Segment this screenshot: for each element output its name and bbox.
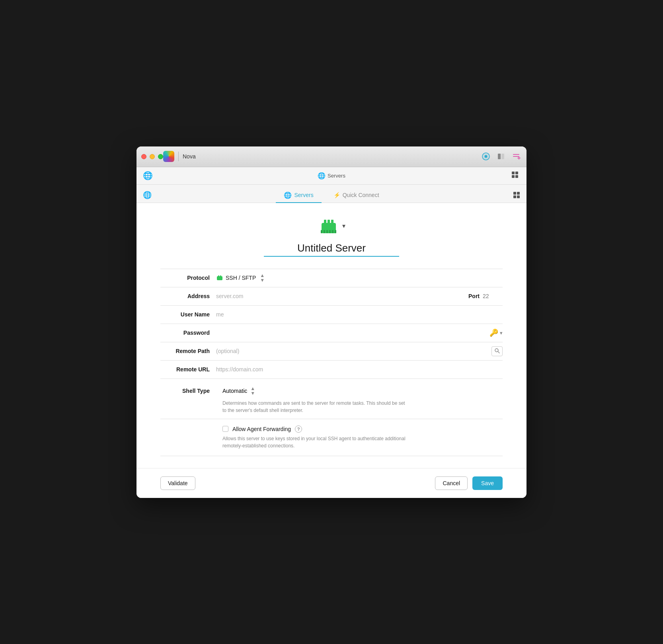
svg-rect-28 bbox=[218, 275, 219, 277]
server-header: ▾ bbox=[160, 215, 503, 257]
shell-type-hint: Determines how commands are sent to the … bbox=[216, 400, 407, 414]
svg-rect-15 bbox=[513, 195, 516, 198]
shell-type-row: Shell Type Automatic ▲▼ bbox=[160, 384, 503, 398]
traffic-lights bbox=[141, 154, 163, 159]
tab-servers-label: Servers bbox=[294, 192, 313, 198]
tab-quick-connect[interactable]: ⚡ Quick Connect bbox=[326, 189, 387, 202]
svg-rect-27 bbox=[217, 276, 222, 280]
server-icon-row: ▾ bbox=[318, 215, 345, 237]
app-name: Nova bbox=[183, 153, 196, 160]
protocol-value: SSH / SFTP bbox=[226, 275, 256, 281]
quick-connect-bolt-icon: ⚡ bbox=[333, 192, 340, 198]
tab-servers[interactable]: 🌐 Servers bbox=[276, 188, 321, 203]
svg-rect-23 bbox=[326, 230, 328, 233]
forwarding-section: Allow Agent Forwarding ? Allows this ser… bbox=[160, 419, 503, 456]
app-logo bbox=[163, 151, 174, 162]
form-section: Protocol SSH / SFTP ▲▼ Address Port bbox=[160, 269, 503, 379]
forwarding-row: Allow Agent Forwarding ? bbox=[222, 425, 503, 433]
forwarding-label: Allow Agent Forwarding bbox=[232, 426, 291, 432]
svg-rect-4 bbox=[501, 154, 504, 159]
password-label: Password bbox=[160, 330, 216, 336]
globe-sidebar-icon[interactable]: 🌐 bbox=[143, 171, 153, 180]
remote-url-label: Remote URL bbox=[160, 366, 216, 373]
svg-point-2 bbox=[485, 155, 488, 158]
cancel-button[interactable]: Cancel bbox=[435, 476, 468, 490]
titlebar: Nova bbox=[136, 146, 526, 167]
svg-rect-13 bbox=[513, 192, 516, 195]
forwarding-help-icon[interactable]: ? bbox=[295, 425, 302, 433]
remote-path-label: Remote Path bbox=[160, 348, 216, 354]
form-content: ▾ Protocol SSH / SFTP ▲▼ bbox=[136, 203, 526, 468]
bottom-bar: Validate Cancel Save bbox=[136, 468, 526, 498]
protocol-stepper[interactable]: ▲▼ bbox=[260, 273, 265, 283]
add-tab-icon[interactable] bbox=[511, 151, 522, 162]
toolbar-title-text: Servers bbox=[328, 173, 345, 179]
svg-rect-22 bbox=[324, 230, 325, 233]
grid-view-button[interactable] bbox=[510, 170, 520, 182]
address-input[interactable] bbox=[216, 293, 460, 299]
svg-rect-11 bbox=[512, 175, 515, 178]
toolbar: 🌐 🌐 Servers bbox=[136, 167, 526, 185]
toolbar-globe-icon: 🌐 bbox=[318, 172, 326, 180]
svg-rect-10 bbox=[515, 172, 518, 174]
bottom-right-buttons: Cancel Save bbox=[435, 476, 503, 490]
port-input[interactable] bbox=[483, 293, 503, 299]
eye-icon[interactable] bbox=[480, 151, 491, 162]
svg-rect-21 bbox=[321, 230, 322, 233]
protocol-label: Protocol bbox=[160, 275, 216, 281]
address-label: Address bbox=[160, 293, 216, 299]
tabbar-right-icon[interactable] bbox=[513, 191, 520, 199]
remote-url-row: Remote URL bbox=[160, 361, 503, 379]
password-row: Password 🔑 ▾ bbox=[160, 324, 503, 342]
svg-rect-19 bbox=[328, 220, 330, 224]
shell-type-stepper[interactable]: ▲▼ bbox=[250, 386, 255, 396]
address-row: Address Port bbox=[160, 287, 503, 306]
sidebar-icon[interactable] bbox=[495, 151, 507, 162]
svg-rect-9 bbox=[512, 172, 515, 174]
svg-rect-14 bbox=[517, 192, 520, 195]
save-button[interactable]: Save bbox=[472, 476, 503, 490]
protocol-icon bbox=[216, 274, 223, 281]
svg-line-31 bbox=[498, 351, 499, 353]
validate-button[interactable]: Validate bbox=[160, 476, 195, 490]
close-button[interactable] bbox=[141, 154, 146, 159]
remote-path-row: Remote Path bbox=[160, 342, 503, 361]
username-label: User Name bbox=[160, 311, 216, 318]
svg-rect-20 bbox=[331, 220, 333, 224]
password-chevron-icon: ▾ bbox=[500, 330, 503, 336]
titlebar-actions bbox=[480, 151, 522, 162]
password-input[interactable] bbox=[216, 330, 489, 336]
tabbar-left-icon: 🌐 bbox=[143, 191, 152, 199]
server-type-dropdown[interactable]: ▾ bbox=[342, 222, 345, 230]
svg-rect-3 bbox=[498, 154, 501, 159]
svg-rect-24 bbox=[329, 230, 331, 233]
password-options-button[interactable]: 🔑 ▾ bbox=[489, 328, 503, 337]
servers-tab-globe-icon: 🌐 bbox=[284, 191, 292, 199]
port-label: Port bbox=[468, 293, 480, 299]
username-input[interactable] bbox=[216, 311, 503, 318]
svg-rect-12 bbox=[515, 175, 518, 178]
minimize-button[interactable] bbox=[150, 154, 155, 159]
server-name-input[interactable] bbox=[264, 242, 399, 257]
key-icon: 🔑 bbox=[489, 328, 498, 337]
remote-path-input[interactable] bbox=[216, 348, 488, 354]
tabbar: 🌐 🌐 Servers ⚡ Quick Connect bbox=[136, 185, 526, 203]
world-icon: 🌐 bbox=[143, 191, 152, 199]
maximize-button[interactable] bbox=[158, 154, 163, 159]
username-row: User Name bbox=[160, 306, 503, 324]
forwarding-hint: Allows this server to use keys stored in… bbox=[222, 435, 413, 449]
toolbar-title: 🌐 Servers bbox=[318, 172, 345, 180]
server-type-icon bbox=[318, 215, 340, 237]
svg-rect-16 bbox=[517, 195, 520, 198]
svg-rect-29 bbox=[220, 275, 221, 277]
chevron-down-icon: ▾ bbox=[342, 222, 345, 230]
agent-forwarding-checkbox[interactable] bbox=[222, 426, 228, 432]
svg-rect-26 bbox=[335, 230, 336, 233]
svg-rect-18 bbox=[324, 220, 326, 224]
protocol-selector[interactable]: SSH / SFTP ▲▼ bbox=[216, 273, 265, 283]
browse-button[interactable] bbox=[491, 346, 503, 356]
shell-type-label: Shell Type bbox=[160, 388, 216, 394]
remote-url-input[interactable] bbox=[216, 366, 503, 373]
shell-type-selector[interactable]: Automatic ▲▼ bbox=[222, 386, 255, 396]
tab-quick-connect-label: Quick Connect bbox=[343, 192, 379, 198]
